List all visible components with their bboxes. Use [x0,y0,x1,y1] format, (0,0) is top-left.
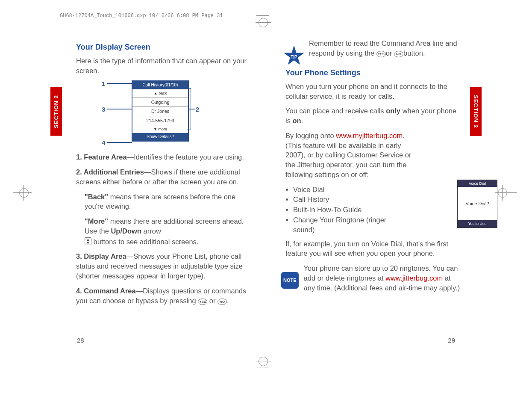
no-icon: NO [218,299,227,305]
item-4: 4. Command Area—Displays questions or co… [76,286,251,306]
registration-target [498,188,507,198]
crop-mark [13,192,26,193]
more-text: means there are additional screens ahead… [85,217,244,235]
crop-mark [504,192,517,193]
link-myjitterbug[interactable]: www.myjitterbug.com [336,132,403,139]
note-label: NOTE [281,272,299,289]
phone-screen: Call History(01/10) ▲ back Outgoing Dr J… [132,80,189,142]
callout-line [107,109,132,109]
settings-list: Voice Dial Call History Built-In How-To … [293,185,404,235]
mini-body: Voice Dial? [458,187,497,220]
back-label: "Back" [85,193,108,201]
screen-row: Dr Jones [132,106,188,115]
item-2: 2. Additional Entries—Shows if there are… [76,167,251,187]
yes-icon: YES [376,51,386,57]
intro-text: Here is the type of information that can… [76,56,251,76]
section-tab-right: SECTION 2 [470,87,482,136]
mini-title: Voice Dial [458,180,497,187]
updown-label: Up/Down [111,227,141,235]
list-item: Built-In How-To Guide [293,205,404,215]
more-explain: "More" means there are additional screen… [85,216,251,236]
back-explain: "Back" means there are screens before th… [85,192,251,212]
tip-text2: button. [403,49,425,57]
item-3: 3. Display Area—Shows your Phone List, p… [76,251,251,281]
more-text2: arrow [141,227,161,235]
p2-only: only [386,107,400,115]
mini-screen: Voice Dial Voice Dial? Yes to Use [457,180,497,228]
screen-row: Outgoing [132,98,188,106]
screen-back: ▲ back [132,89,188,97]
page-number-right: 29 [448,337,455,344]
settings-p1: When you turn your phone on and it conne… [285,82,461,101]
callout-line [107,142,132,143]
screen-more: ▼ more [132,125,188,133]
list-item: Voice Dial [293,185,404,195]
more-label: "More" [85,217,108,225]
registration-target [19,188,29,198]
settings-p4: If, for example, you turn on Voice Dial,… [285,239,461,259]
page-right: TIP Remember to read the Command Area li… [285,38,461,293]
screen-title: Call History(01/10) [132,81,188,89]
item-4-label: 4. Command Area [76,287,136,295]
tip-block: TIP Remember to read the Command Area li… [285,38,461,64]
note-block: NOTE Your phone can store up to 20 ringt… [281,263,461,293]
registration-target [259,18,268,27]
or-label: or [386,49,392,57]
item-1-text: —Identifies the feature you are using. [127,153,244,161]
callout-4: 4 [102,139,105,148]
no-icon: NO [394,51,403,57]
list-item: Change Your Ringtone (ringer sound) [293,215,404,235]
page-number-left: 28 [77,337,84,344]
item-1: 1. Feature Area—Identifies the feature y… [76,152,251,162]
settings-p2: You can place and receive calls only whe… [285,106,461,126]
settings-p3: By logging onto www.myjitterbug.com. (Th… [285,131,418,180]
more-explain-2: ▲▼ buttons to see additional screens. [85,237,251,247]
heading-display-screen: Your Display Screen [76,42,251,53]
heading-phone-settings: Your Phone Settings [285,68,461,78]
item-3-label: 3. Display Area [76,252,126,260]
updown-icon: ▲▼ [85,237,91,245]
tip-star-icon: TIP [283,45,305,67]
screen-row: 214-555-1793 [132,116,188,125]
or-label: or [209,297,216,305]
callout-3: 3 [102,105,105,114]
screen-command: Show Details? [132,133,188,141]
yes-icon: YES [198,299,207,305]
more-text3: buttons to see additional screens. [91,238,198,245]
callout-line [107,83,132,84]
tip-label: TIP [291,54,297,60]
item-1-label: 1. Feature Area [76,153,127,161]
registration-target [259,357,268,366]
print-header: GH68-12704A_Touch_101606.qxp 10/16/06 6:… [60,13,223,19]
list-item: Call History [293,195,404,204]
link-jitterbug[interactable]: www.jitterbug.com [385,274,443,282]
p2a: You can place and receive calls [285,107,386,115]
section-tab-left: SECTION 2 [50,87,62,136]
callout-1: 1 [102,80,105,89]
mini-cmd: Yes to Use [458,220,497,227]
note-text: Your phone can store up to 20 ringtones.… [304,263,461,293]
callout-2: 2 [196,105,199,114]
p2-on: on [293,117,301,124]
screen-diagram: 1 3 2 4 Call History(01/10) ▲ back Outgo… [102,80,200,149]
page-left: Your Display Screen Here is the type of … [76,38,251,310]
item-2-label: 2. Additional Entries [76,168,144,176]
p3a: By logging onto [285,132,336,139]
p2e: . [301,117,303,124]
